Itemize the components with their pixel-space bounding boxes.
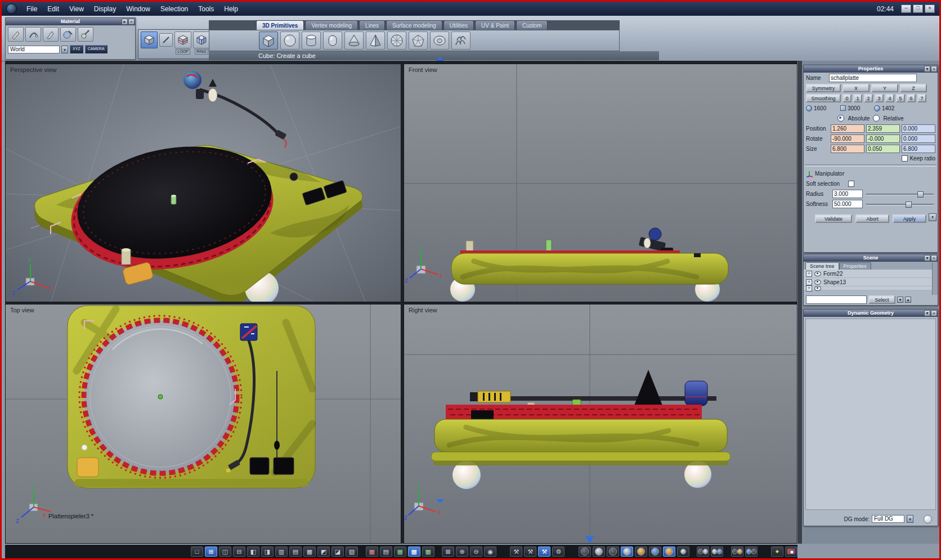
snap-angle-icon[interactable] [422,546,434,557]
cone-primitive-icon[interactable] [344,32,364,50]
layout-main-right-icon[interactable] [331,546,344,557]
ruler-icon[interactable] [380,546,392,557]
softness-slider[interactable] [866,201,934,207]
tab-vertex-modeling[interactable]: Vertex modeling [305,20,358,30]
menu-view[interactable]: View [64,4,89,14]
smoothing-button[interactable]: Smoothing [806,94,841,102]
render-sparkle-icon[interactable] [771,546,783,557]
position-y-input[interactable] [866,124,900,133]
size-z-input[interactable] [902,145,935,153]
camera-button[interactable]: CAMERA [85,45,107,53]
rotate-x-input[interactable] [831,135,864,143]
size-y-input[interactable] [866,145,900,153]
scene-properties-tab[interactable]: Properties [839,262,871,270]
display-flat-icon[interactable] [607,546,619,557]
scene-close-icon[interactable] [931,255,937,261]
smoothing-level-0[interactable]: 0 [843,94,852,102]
snap-grid-icon[interactable] [366,546,378,557]
layout-single-icon[interactable] [191,546,203,557]
tab-utilities[interactable]: Utilities [443,20,474,30]
world-select-arrow-icon[interactable] [61,46,68,53]
menu-window[interactable]: Window [121,4,155,14]
smoothing-level-5[interactable]: 5 [896,94,905,102]
eyedropper-tool[interactable] [78,27,93,42]
tab-surface-modeling[interactable]: Surface modeling [386,20,442,30]
keep-ratio-label[interactable]: Keep ratio [909,155,935,162]
render-camera-icon[interactable] [785,546,797,557]
menu-selection[interactable]: Selection [155,4,193,14]
visibility-eye-icon[interactable] [814,271,821,276]
material-sphere-tool[interactable] [60,27,76,42]
loop-cube-icon[interactable] [174,32,191,48]
zoom-in-icon[interactable] [456,546,468,557]
expand-icon[interactable] [806,271,812,277]
layout-quad-icon[interactable] [205,546,217,557]
display-points-icon[interactable] [677,546,689,557]
expand-icon[interactable] [806,285,812,292]
apply-button[interactable]: Apply [893,214,926,223]
polyhedron-primitive-icon[interactable] [409,32,428,50]
radius-slider[interactable] [866,191,934,196]
xyz-button[interactable]: XYZ [70,45,83,53]
menu-edit[interactable]: Edit [42,4,64,14]
symmetry-button[interactable]: Symmetry [806,84,841,92]
ring-cube-icon[interactable] [193,32,210,48]
shading-pair-2-icon[interactable] [711,546,723,557]
scene-filter-input[interactable] [806,295,867,304]
menu-file[interactable]: File [21,4,42,14]
layout-grid-icon[interactable] [303,546,316,557]
axis-x-header[interactable]: X [843,84,870,92]
size-x-input[interactable] [831,145,864,153]
smoothing-level-2[interactable]: 2 [864,94,873,102]
properties-titlebar[interactable]: Properties [804,65,938,73]
tab-custom[interactable]: Custom [516,20,548,30]
smoothing-level-7[interactable]: 7 [917,94,926,102]
rotate-z-input[interactable] [902,135,935,143]
loop-tool[interactable]: LOOP [174,32,191,55]
scene-tree-row-form22[interactable]: Form22 [804,270,938,278]
tab-uv-paint[interactable]: UV & Paint [475,20,515,30]
perspective-viewport[interactable]: Y X Z Perspective view [5,64,401,302]
validate-button[interactable]: Validate [815,214,852,223]
tool-axe-active-icon[interactable] [538,546,550,557]
expand-icon[interactable] [806,279,812,285]
visibility-eye-icon[interactable] [814,286,821,291]
smoothing-level-1[interactable]: 1 [853,94,862,102]
scene-item-label[interactable]: Form22 [823,271,843,277]
dg-titlebar[interactable]: Dynamic Geometry [804,310,938,317]
menu-display[interactable]: Display [89,4,121,14]
soft-selection-checkbox[interactable] [848,181,854,187]
edge-pen-tool[interactable] [159,33,173,47]
scene-collapse-icon[interactable] [924,255,930,261]
lighting-pair-icon[interactable] [745,546,758,557]
axis-y-header[interactable]: Y [871,84,898,92]
properties-scroll-down-icon[interactable] [929,213,936,221]
right-viewport[interactable]: Y X Z Right view [404,304,797,544]
maximize-button[interactable] [913,5,923,13]
proper­ties-close-icon[interactable] [931,66,937,72]
front-viewport[interactable]: Y X Z Front view [404,64,797,302]
properties-collapse-icon[interactable] [924,66,930,72]
layout-diag-icon[interactable] [346,546,358,557]
display-textured-icon[interactable] [635,546,647,557]
position-z-input[interactable] [902,124,935,133]
scene-tree-row-clipped[interactable] [804,286,938,290]
geosphere-primitive-icon[interactable] [387,32,406,50]
select-button[interactable]: Select [868,295,895,304]
material-palette-titlebar[interactable]: Material [6,18,135,25]
scene-tree-row-shape13[interactable]: Shape13 [804,278,938,286]
visibility-eye-icon[interactable] [814,280,821,285]
soft-selection-label[interactable]: Soft selection [806,181,840,187]
display-hidden-line-icon[interactable] [593,546,605,557]
fit-view-icon[interactable] [442,546,454,557]
absolute-radio[interactable] [837,115,844,122]
layout-left-icon[interactable] [247,546,259,557]
smoothing-level-3[interactable]: 3 [875,94,884,102]
ring-tool[interactable]: RING [193,32,210,55]
scene-up-icon[interactable] [905,297,911,303]
paint-knife-tool[interactable] [43,27,59,42]
tool-pick-icon[interactable] [524,546,536,557]
spring-primitive-icon[interactable] [451,32,470,50]
tab-3d-primitives[interactable]: 3D Primitives [256,20,304,30]
absolute-label[interactable]: Absolute [848,115,870,122]
